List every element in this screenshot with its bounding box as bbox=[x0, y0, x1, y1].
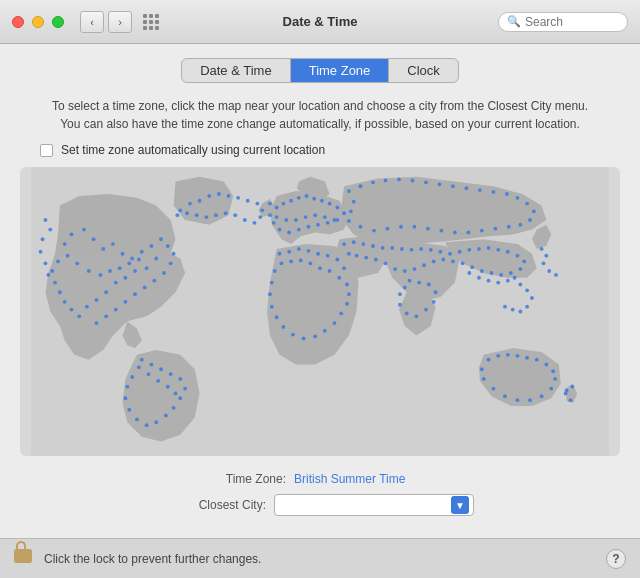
svg-point-187 bbox=[422, 263, 426, 267]
auto-timezone-checkbox[interactable] bbox=[40, 144, 53, 157]
svg-point-144 bbox=[480, 229, 484, 233]
svg-point-72 bbox=[305, 194, 309, 198]
svg-point-37 bbox=[169, 261, 173, 265]
svg-point-39 bbox=[152, 279, 156, 283]
svg-point-42 bbox=[123, 300, 127, 304]
svg-point-261 bbox=[214, 213, 218, 217]
svg-point-123 bbox=[328, 269, 332, 273]
svg-point-213 bbox=[518, 283, 522, 287]
svg-point-86 bbox=[268, 213, 272, 217]
svg-point-79 bbox=[326, 221, 330, 225]
svg-point-1 bbox=[63, 242, 67, 246]
svg-point-75 bbox=[328, 202, 332, 206]
svg-point-194 bbox=[355, 254, 359, 258]
svg-point-11 bbox=[154, 257, 158, 261]
svg-point-211 bbox=[506, 279, 510, 283]
auto-timezone-label: Set time zone automatically using curren… bbox=[61, 143, 325, 157]
svg-point-77 bbox=[342, 211, 346, 215]
svg-point-216 bbox=[525, 305, 529, 309]
lock-body bbox=[14, 549, 32, 563]
svg-point-154 bbox=[347, 219, 351, 223]
lock-text: Click the lock to prevent further change… bbox=[44, 552, 606, 566]
minimize-button[interactable] bbox=[32, 16, 44, 28]
help-button[interactable]: ? bbox=[606, 549, 626, 569]
search-icon: 🔍 bbox=[507, 15, 521, 28]
svg-point-49 bbox=[169, 372, 173, 376]
svg-point-8 bbox=[130, 257, 134, 261]
svg-point-190 bbox=[393, 267, 397, 271]
svg-point-208 bbox=[477, 276, 481, 280]
svg-point-231 bbox=[544, 363, 548, 367]
svg-point-114 bbox=[270, 305, 274, 309]
svg-point-184 bbox=[451, 259, 455, 263]
svg-point-195 bbox=[347, 252, 351, 256]
app-grid-button[interactable] bbox=[140, 11, 162, 33]
svg-point-249 bbox=[207, 194, 211, 198]
search-bar[interactable]: 🔍 bbox=[498, 12, 628, 32]
svg-point-189 bbox=[403, 269, 407, 273]
svg-point-247 bbox=[188, 202, 192, 206]
closest-city-dropdown-arrow[interactable]: ▼ bbox=[451, 496, 469, 514]
tab-date-time[interactable]: Date & Time bbox=[182, 59, 291, 82]
svg-point-18 bbox=[85, 305, 89, 309]
tab-time-zone[interactable]: Time Zone bbox=[291, 59, 390, 82]
svg-point-244 bbox=[565, 389, 569, 393]
search-input[interactable] bbox=[525, 15, 619, 29]
svg-point-76 bbox=[335, 206, 339, 210]
back-button[interactable]: ‹ bbox=[80, 11, 104, 33]
svg-point-237 bbox=[516, 398, 520, 402]
svg-point-34 bbox=[159, 237, 163, 241]
svg-point-96 bbox=[297, 247, 301, 251]
world-map-container[interactable] bbox=[20, 167, 620, 456]
svg-point-223 bbox=[547, 269, 551, 273]
svg-point-89 bbox=[294, 218, 298, 222]
svg-point-253 bbox=[246, 199, 250, 203]
maximize-button[interactable] bbox=[52, 16, 64, 28]
svg-point-175 bbox=[516, 254, 520, 258]
svg-point-91 bbox=[313, 213, 317, 217]
svg-point-17 bbox=[95, 298, 99, 302]
svg-point-56 bbox=[145, 423, 149, 427]
svg-point-2 bbox=[70, 233, 74, 237]
svg-point-119 bbox=[289, 259, 293, 263]
settings-area: Time Zone: British Summer Time Closest C… bbox=[20, 466, 620, 538]
svg-point-265 bbox=[176, 213, 180, 217]
svg-point-66 bbox=[174, 391, 178, 395]
svg-point-191 bbox=[384, 261, 388, 265]
svg-point-138 bbox=[525, 202, 529, 206]
svg-point-199 bbox=[434, 290, 438, 294]
svg-point-128 bbox=[397, 178, 401, 182]
world-map-svg[interactable] bbox=[20, 167, 620, 456]
tab-clock[interactable]: Clock bbox=[389, 59, 458, 82]
svg-point-60 bbox=[125, 385, 129, 389]
svg-point-73 bbox=[312, 197, 316, 201]
svg-point-207 bbox=[467, 271, 471, 275]
svg-point-243 bbox=[569, 398, 573, 402]
svg-point-241 bbox=[480, 367, 484, 371]
svg-point-57 bbox=[135, 417, 139, 421]
svg-point-51 bbox=[183, 387, 187, 391]
svg-point-234 bbox=[549, 387, 553, 391]
svg-point-174 bbox=[506, 250, 510, 254]
svg-point-197 bbox=[417, 281, 421, 285]
svg-point-204 bbox=[398, 303, 402, 307]
closest-city-input-wrap[interactable]: ▼ bbox=[274, 494, 474, 516]
svg-point-10 bbox=[149, 244, 153, 248]
forward-button[interactable]: › bbox=[108, 11, 132, 33]
svg-point-212 bbox=[513, 276, 517, 280]
svg-point-94 bbox=[278, 252, 282, 256]
svg-point-170 bbox=[467, 248, 471, 252]
close-button[interactable] bbox=[12, 16, 24, 28]
svg-point-217 bbox=[518, 310, 522, 314]
svg-point-139 bbox=[532, 209, 536, 213]
svg-point-38 bbox=[162, 271, 166, 275]
svg-point-160 bbox=[371, 244, 375, 248]
closest-city-label: Closest City: bbox=[166, 498, 266, 512]
svg-point-142 bbox=[507, 225, 511, 229]
svg-point-220 bbox=[540, 247, 544, 251]
svg-point-83 bbox=[287, 231, 291, 235]
closest-city-input[interactable] bbox=[279, 498, 451, 512]
svg-point-151 bbox=[386, 227, 390, 231]
lock-icon[interactable] bbox=[14, 547, 36, 571]
svg-point-267 bbox=[48, 228, 52, 232]
